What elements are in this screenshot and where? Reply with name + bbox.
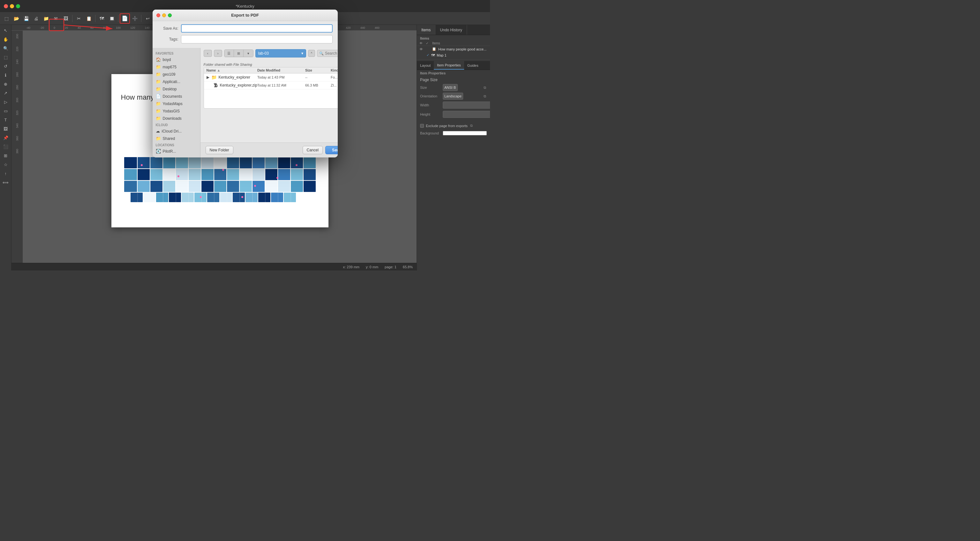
save-as-input[interactable]: Kentucky_linkblue_username.pdf	[181, 24, 332, 33]
orientation-select[interactable]: Landscape	[443, 93, 463, 100]
grid-tool[interactable]: ⊞	[1, 152, 10, 160]
scale-tool[interactable]: ⟺	[1, 178, 10, 187]
expand-triangle-1[interactable]: ▶	[207, 75, 209, 80]
select-tool[interactable]: ⬚	[1, 53, 10, 61]
arrow-tool[interactable]: ↗	[1, 89, 10, 97]
save-as-label: Save As:	[158, 26, 178, 31]
star-tool[interactable]: ☆	[1, 160, 10, 169]
col-kind-header[interactable]: Kind	[331, 69, 338, 72]
tab-items[interactable]: Items	[417, 25, 436, 35]
info-tool[interactable]: ℹ	[1, 71, 10, 79]
compose-button[interactable]: ✉	[51, 14, 60, 23]
file-size-2: 66.3 MB	[305, 83, 331, 87]
expand-button[interactable]: ^	[308, 50, 315, 57]
size-label: Size	[420, 86, 441, 89]
folder-button[interactable]: 📁	[41, 14, 51, 23]
sidebar-item-shared[interactable]: 📁 Shared	[153, 135, 200, 142]
new-document-button[interactable]: ⬚	[2, 14, 11, 23]
sort-icon: ▲	[217, 69, 220, 72]
sidebar-item-applications[interactable]: 📁 Applicati...	[153, 78, 200, 85]
sidebar-item-boyd[interactable]: 🏠 boyd	[153, 56, 200, 63]
sub-tab-item-properties[interactable]: Item Properties	[434, 61, 464, 70]
dialog-fullscreen-btn[interactable]	[168, 13, 172, 17]
pin-tool[interactable]: 📌	[1, 134, 10, 142]
sidebar-item-map675[interactable]: 📁 map675	[153, 63, 200, 70]
image-button[interactable]: 🖼	[61, 14, 70, 23]
sub-tab-layout[interactable]: Layout	[417, 61, 434, 70]
tab-undo-history[interactable]: Undo History	[436, 25, 467, 35]
back-nav-button[interactable]: ‹	[204, 50, 212, 57]
close-button[interactable]	[4, 4, 8, 8]
layers-tool[interactable]: ⬛	[1, 142, 10, 151]
icon-view-button[interactable]: ⊞	[234, 50, 243, 57]
print-button[interactable]: 🖨	[32, 14, 41, 23]
export-pdf-button[interactable]: 📄	[120, 14, 129, 23]
search-input[interactable]	[325, 51, 338, 56]
sidebar-item-desktop[interactable]: 📁 Desktop	[153, 85, 200, 93]
sidebar-item-yodasgis[interactable]: 📁 YodasGIS	[153, 107, 200, 115]
tags-input[interactable]	[181, 35, 332, 43]
sidebar-item-documents[interactable]: 📄 Documents	[153, 93, 200, 100]
save-button[interactable]: 💾	[22, 14, 31, 23]
visibility-icon-1[interactable]: 👁	[420, 47, 423, 51]
dialog-traffic-lights[interactable]	[156, 13, 172, 17]
exclude-checkbox[interactable]	[420, 124, 424, 128]
shape-tool[interactable]: ▭	[1, 107, 10, 115]
file-row-2[interactable]: 🗜 Kentucky_explorer.zip Today at 11:32 A…	[204, 81, 338, 89]
sidebar-item-downloads[interactable]: 📁 Downloads	[153, 115, 200, 122]
zoom-tool[interactable]: 🔍	[1, 44, 10, 53]
sidebar-item-geo109-label: geo109	[163, 72, 175, 77]
exclude-copy-icon[interactable]: ⧉	[469, 123, 473, 128]
copy-button[interactable]: 📋	[84, 14, 93, 23]
cancel-button[interactable]: Cancel	[302, 146, 323, 154]
file-row-1[interactable]: ▶ 📁 Kentucky_explorer Today at 1:43 PM -…	[204, 73, 338, 81]
col-size-header[interactable]: Size	[305, 69, 331, 72]
size-select[interactable]: ANSI B	[443, 84, 458, 91]
col-name-header[interactable]: Name ▲	[207, 69, 257, 72]
svg-rect-59	[271, 193, 283, 202]
image-tool[interactable]: 🖼	[1, 124, 10, 133]
undo-button[interactable]: ↩	[143, 14, 152, 23]
sidebar-item-geo109[interactable]: 📁 geo109	[153, 70, 200, 78]
height-input[interactable]: 11.000	[443, 111, 490, 118]
home-icon: 🏠	[156, 57, 161, 62]
list-view-button[interactable]: ☰	[224, 50, 234, 57]
col-date-header[interactable]: Date Modified	[257, 69, 305, 72]
add-media-button[interactable]: ➕	[130, 14, 139, 23]
sidebar-item-pilotr[interactable]: 💽 PilotR...	[153, 148, 200, 155]
width-input[interactable]: 17.000	[443, 102, 490, 109]
folder-icon-yodasgis: 📁	[156, 109, 161, 113]
view-options-button[interactable]: ▾	[243, 50, 253, 57]
layers-button[interactable]: 🔲	[107, 14, 116, 23]
forward-nav-button[interactable]: ›	[214, 50, 222, 57]
pan-tool[interactable]: ✋	[1, 35, 10, 43]
svg-rect-14	[265, 157, 277, 168]
export-pdf-dialog[interactable]: Export to PDF Save As: Kentucky_linkblue…	[153, 10, 338, 158]
size-copy-icon[interactable]: ⧉	[483, 85, 487, 90]
refresh-tool[interactable]: ↺	[1, 62, 10, 70]
new-folder-button[interactable]: New Folder	[205, 146, 233, 154]
location-dropdown[interactable]: lab-03 ▾	[255, 49, 306, 57]
orientation-copy-icon[interactable]: ⧉	[483, 94, 487, 99]
cursor-tool[interactable]: ↖	[1, 26, 10, 35]
sidebar-item-yodasmaps[interactable]: 📁 YodasMaps	[153, 100, 200, 107]
minimize-button[interactable]	[10, 4, 14, 8]
fullscreen-button[interactable]	[16, 4, 20, 8]
sidebar-item-icloud-drive[interactable]: ☁ iCloud Dri...	[153, 128, 200, 135]
north-tool[interactable]: ↑	[1, 169, 10, 177]
pointer-tool[interactable]: ▷	[1, 98, 10, 106]
cut-button[interactable]: ✂	[75, 14, 83, 23]
check-icon-2[interactable]: ✓	[426, 53, 430, 57]
sub-tab-guides[interactable]: Guides	[464, 61, 482, 70]
save-button-dialog[interactable]: Save	[325, 146, 338, 154]
magnify-tool[interactable]: ⊕	[1, 80, 10, 88]
background-label: Background	[420, 131, 441, 135]
dialog-minimize-btn[interactable]	[162, 13, 166, 17]
traffic-lights[interactable]	[4, 4, 20, 8]
background-color-bar[interactable]	[443, 131, 487, 136]
text-tool[interactable]: T	[1, 116, 10, 124]
dialog-close-btn[interactable]	[156, 13, 160, 17]
open-button[interactable]: 📂	[12, 14, 21, 23]
map-button[interactable]: 🗺	[97, 14, 106, 23]
sidebar-item-shared-label: Shared	[163, 136, 175, 141]
